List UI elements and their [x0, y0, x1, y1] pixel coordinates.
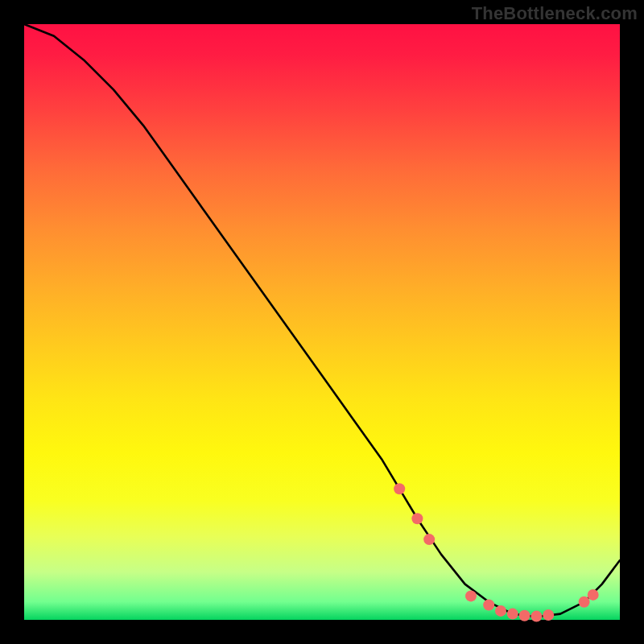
data-point — [507, 609, 518, 620]
data-point — [519, 610, 530, 621]
data-point — [495, 605, 506, 617]
data-point — [465, 590, 477, 601]
data-point — [579, 597, 590, 608]
curve-markers — [394, 483, 599, 621]
bottleneck-curve — [24, 24, 620, 617]
data-point — [423, 534, 435, 545]
data-point — [483, 600, 494, 611]
data-point — [394, 483, 405, 494]
curve-layer — [24, 24, 620, 620]
plot-area — [24, 24, 620, 620]
watermark-text: TheBottleneck.com — [472, 3, 638, 24]
data-point — [530, 611, 542, 622]
chart-frame: TheBottleneck.com — [0, 0, 644, 644]
data-point — [411, 513, 423, 524]
data-point — [588, 589, 599, 601]
data-point — [543, 609, 554, 621]
